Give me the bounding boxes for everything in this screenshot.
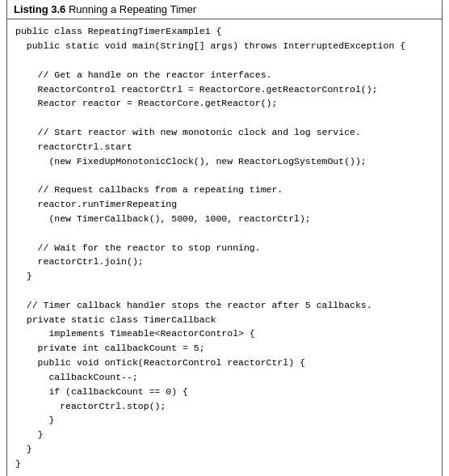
- listing-title: Running a Repeating Timer: [69, 3, 196, 15]
- listing-header: Listing 3.6 Running a Repeating Timer: [7, 0, 442, 19]
- code-block: public class RepeatingTimerExample1 { pu…: [7, 19, 442, 475]
- listing-label: Listing 3.6: [14, 3, 65, 15]
- listing-container: Listing 3.6 Running a Repeating Timer pu…: [6, 0, 443, 476]
